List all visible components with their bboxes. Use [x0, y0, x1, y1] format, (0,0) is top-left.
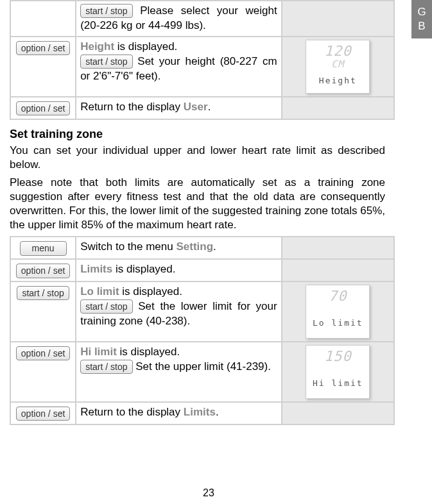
setup-table-2: menu Switch to the menu Setting. option … — [10, 236, 395, 425]
cell-desc: Height is displayed. start / stop Set yo… — [76, 37, 282, 97]
display-value: 120 — [306, 44, 369, 58]
cell-btn: start / stop — [10, 281, 76, 342]
display-value: 150 — [306, 349, 369, 364]
text: . — [216, 406, 219, 418]
cell-btn: option / set — [10, 402, 76, 424]
text: is displayed. — [112, 263, 175, 275]
cell-btn: option / set — [10, 259, 76, 281]
language-tab: G B — [411, 0, 432, 38]
label-lolimit: Lo limit — [80, 285, 119, 298]
cell-desc: Switch to the menu Setting. — [76, 237, 282, 259]
option-set-button[interactable]: option / set — [16, 346, 71, 360]
start-stop-button[interactable]: start / stop — [17, 286, 69, 300]
label-setting: Setting — [176, 240, 213, 253]
cell-btn — [10, 1, 76, 37]
label-limits: Limits — [184, 406, 216, 418]
cell-btn: option / set — [10, 342, 76, 402]
text: Return to the display — [80, 406, 184, 418]
cell-img — [282, 402, 394, 424]
cell-img — [282, 259, 394, 281]
section-title: Set training zone — [10, 128, 385, 141]
cell-img: 150 Hi limit — [282, 342, 394, 402]
option-set-button[interactable]: option / set — [16, 264, 71, 278]
display-label: Hi limit — [306, 378, 369, 389]
label-hilimit: Hi limit — [80, 346, 117, 358]
option-set-button[interactable]: option / set — [16, 41, 71, 55]
text: is displayed. — [119, 285, 182, 298]
text: . — [213, 240, 216, 253]
text: Switch to the menu — [80, 240, 176, 253]
text: Return to the display — [80, 101, 184, 113]
display-unit: CM — [306, 58, 369, 70]
label-user: User — [184, 101, 208, 113]
cell-desc: Hi limit is displayed. start / stop Set … — [76, 342, 282, 402]
cell-btn: option / set — [10, 37, 76, 97]
text: is displayed. — [114, 40, 177, 53]
cell-img — [282, 1, 394, 37]
cell-btn: menu — [10, 237, 76, 259]
cell-img: 70 Lo limit — [282, 281, 394, 342]
page-number: 23 — [10, 487, 408, 499]
paragraph: Please note that both limits are automat… — [10, 176, 385, 232]
start-stop-button[interactable]: start / stop — [80, 360, 132, 374]
display-label: Lo limit — [306, 317, 369, 329]
option-set-button[interactable]: option / set — [16, 407, 71, 421]
page-content: start / stop Please select your weight (… — [0, 0, 398, 425]
text: is displayed. — [117, 346, 180, 358]
start-stop-button[interactable]: start / stop — [80, 299, 132, 314]
label-height: Height — [80, 40, 114, 53]
cell-desc: start / stop Please select your weight (… — [76, 1, 282, 37]
start-stop-button[interactable]: start / stop — [80, 4, 132, 18]
cell-img — [282, 97, 394, 119]
start-stop-button[interactable]: start / stop — [80, 55, 132, 69]
cell-img — [282, 237, 394, 259]
cell-desc: Return to the display Limits. — [76, 402, 282, 424]
display-value: 70 — [306, 289, 369, 303]
display-label: Height — [306, 75, 369, 87]
cell-img: 120 CM Height — [282, 37, 394, 97]
option-set-button[interactable]: option / set — [16, 101, 71, 115]
paragraph: You can set your individual upper and lo… — [10, 144, 385, 172]
setup-table-1: start / stop Please select your weight (… — [10, 0, 395, 120]
text: Set the upper limit (41-239). — [133, 360, 271, 373]
label-limits: Limits — [80, 263, 112, 275]
cell-btn: option / set — [10, 97, 76, 119]
cell-desc: Limits is displayed. — [76, 259, 282, 281]
display-hilimit: 150 Hi limit — [306, 345, 370, 399]
display-lolimit: 70 Lo limit — [306, 285, 370, 339]
cell-desc: Lo limit is displayed. start / stop Set … — [76, 281, 282, 342]
cell-desc: Return to the display User. — [76, 97, 282, 119]
text: . — [208, 101, 211, 113]
display-height: 120 CM Height — [306, 40, 370, 94]
menu-button[interactable]: menu — [20, 241, 67, 255]
